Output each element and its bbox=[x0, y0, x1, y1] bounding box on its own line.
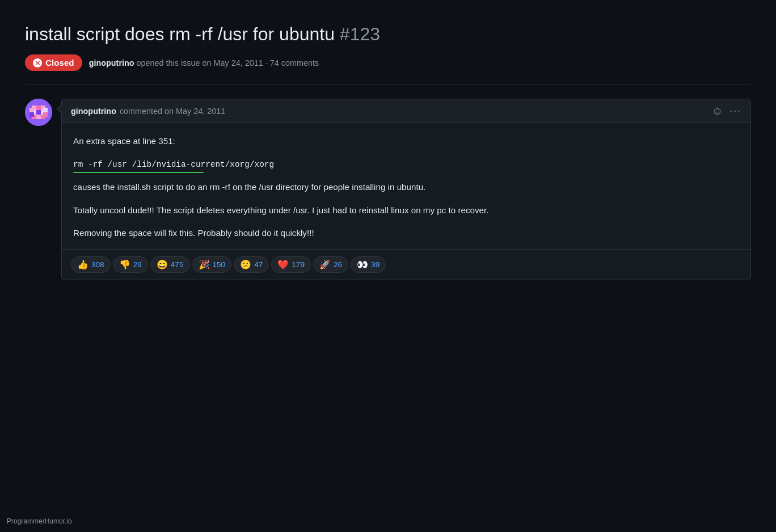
comment-header-left: ginoputrino commented on May 24, 2011 bbox=[71, 107, 225, 116]
title-text: install script does rm -rf /usr for ubun… bbox=[25, 24, 335, 44]
comment-header-actions: ☺ ··· bbox=[712, 105, 741, 117]
reaction-count: 26 bbox=[334, 260, 342, 269]
reaction-count: 179 bbox=[292, 260, 305, 269]
issue-title-row: install script does rm -rf /usr for ubun… bbox=[25, 23, 751, 45]
reaction-count: 475 bbox=[171, 260, 184, 269]
comment-para-code: rm -rf /usr /lib/nvidia-current/xorg/xor… bbox=[73, 157, 739, 171]
comment-section: ginoputrino commented on May 24, 2011 ☺ … bbox=[25, 99, 751, 280]
reaction-count: 47 bbox=[254, 260, 263, 269]
comment-line1: An extra space at line 351: bbox=[73, 136, 175, 146]
reaction-pill[interactable]: 👎29 bbox=[113, 256, 148, 273]
svg-rect-8 bbox=[36, 115, 41, 119]
reaction-emoji: ❤️ bbox=[277, 259, 289, 270]
comment-para-3: Totally uncool dude!!! The script delete… bbox=[73, 204, 739, 217]
comment-header: ginoputrino commented on May 24, 2011 ☺ … bbox=[62, 99, 750, 123]
svg-rect-13 bbox=[43, 112, 48, 117]
code-underline bbox=[73, 172, 204, 173]
comment-box: ginoputrino commented on May 24, 2011 ☺ … bbox=[61, 99, 751, 280]
reaction-emoji: 😕 bbox=[240, 259, 251, 270]
comment-wrapper: ginoputrino commented on May 24, 2011 ☺ … bbox=[61, 99, 751, 280]
reaction-count: 308 bbox=[91, 260, 104, 269]
comment-para-2: causes the install.sh script to do an rm… bbox=[73, 180, 739, 194]
svg-rect-2 bbox=[36, 105, 41, 110]
svg-rect-12 bbox=[29, 112, 34, 117]
more-options-button[interactable]: ··· bbox=[729, 105, 741, 117]
issue-number: #123 bbox=[340, 24, 380, 44]
reaction-count: 39 bbox=[371, 260, 379, 269]
reaction-pill[interactable]: 😄475 bbox=[150, 256, 190, 273]
reaction-emoji: 🎉 bbox=[199, 259, 210, 270]
reaction-emoji: 👍 bbox=[77, 259, 88, 270]
reaction-pill[interactable]: 🚀26 bbox=[313, 256, 348, 273]
issue-meta-text: ginoputrino opened this issue on May 24,… bbox=[89, 58, 319, 67]
reaction-pill[interactable]: 🎉150 bbox=[192, 256, 232, 273]
page-container: install script does rm -rf /usr for ubun… bbox=[25, 23, 751, 280]
watermark: ProgrammerHumor.io bbox=[7, 517, 72, 525]
reaction-emoji: 🚀 bbox=[319, 259, 331, 270]
reaction-pill[interactable]: 👍308 bbox=[71, 256, 111, 273]
reaction-pill[interactable]: 👀39 bbox=[351, 256, 386, 273]
issue-author[interactable]: ginoputrino bbox=[89, 58, 134, 67]
issue-comments-count: 74 comments bbox=[270, 58, 319, 67]
closed-badge[interactable]: Closed bbox=[25, 54, 82, 71]
comment-triangle bbox=[57, 104, 61, 113]
comment-code: rm -rf /usr /lib/nvidia-current/xorg/xor… bbox=[73, 158, 274, 171]
comment-para-1: An extra space at line 351: bbox=[73, 134, 739, 148]
reaction-emoji: 👎 bbox=[119, 259, 130, 270]
reaction-emoji: 👀 bbox=[357, 259, 368, 270]
avatar bbox=[25, 99, 52, 280]
reaction-count: 29 bbox=[133, 260, 142, 269]
comment-body: An extra space at line 351: rm -rf /usr … bbox=[62, 123, 750, 249]
reactions-section: 👍308👎29😄475🎉150😕47❤️179🚀26👀39 bbox=[62, 249, 750, 280]
reaction-pill[interactable]: 😕47 bbox=[234, 256, 269, 273]
svg-rect-5 bbox=[36, 110, 41, 115]
reaction-count: 150 bbox=[213, 260, 226, 269]
comment-author[interactable]: ginoputrino bbox=[71, 107, 116, 116]
closed-icon bbox=[33, 58, 42, 67]
svg-rect-11 bbox=[43, 108, 48, 112]
issue-meta-row: Closed ginoputrino opened this issue on … bbox=[25, 54, 751, 85]
comment-date: commented on May 24, 2011 bbox=[120, 107, 225, 116]
add-reaction-button[interactable]: ☺ bbox=[712, 105, 723, 116]
issue-title: install script does rm -rf /usr for ubun… bbox=[25, 23, 380, 45]
reaction-pill[interactable]: ❤️179 bbox=[271, 256, 311, 273]
reaction-emoji: 😄 bbox=[157, 259, 168, 270]
closed-label: Closed bbox=[45, 58, 74, 67]
comment-para-4: Removing the space will fix this. Probab… bbox=[73, 226, 739, 240]
svg-rect-10 bbox=[29, 108, 34, 112]
issue-action: opened this issue on May 24, 2011 bbox=[137, 58, 263, 67]
